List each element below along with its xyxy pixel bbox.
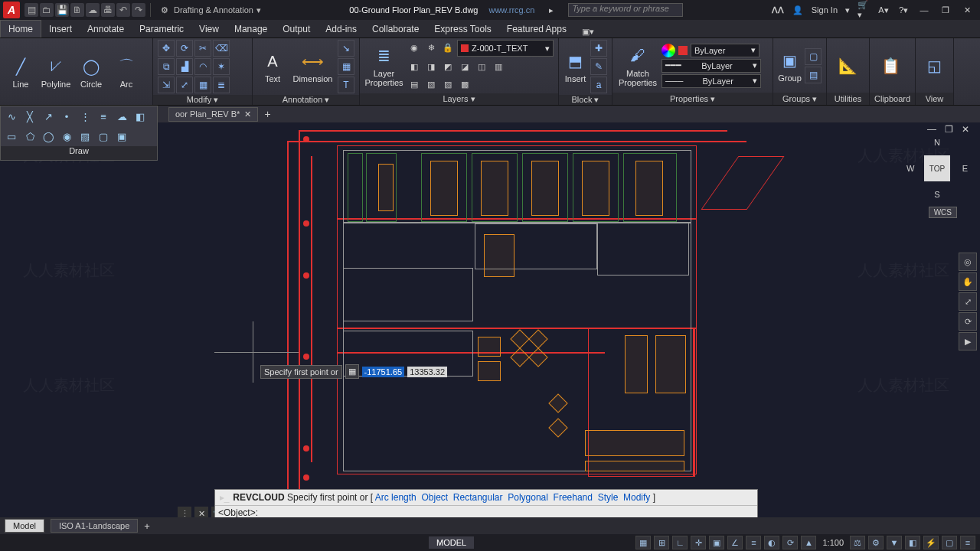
- search-input[interactable]: Type a keyword or phrase: [568, 3, 683, 17]
- insert-button[interactable]: ⬒Insert: [564, 50, 587, 83]
- mirror-icon[interactable]: ▟: [176, 58, 193, 75]
- transparency-icon[interactable]: ◐: [764, 536, 779, 549]
- polygon-icon[interactable]: ⬠: [22, 129, 38, 144]
- redo-icon[interactable]: ↷: [132, 3, 145, 17]
- spline-icon[interactable]: ∿: [4, 109, 19, 124]
- table-icon[interactable]: ▦: [338, 58, 354, 75]
- title-chevron[interactable]: ▸: [545, 4, 557, 16]
- layer-iso-icon[interactable]: ◧: [407, 59, 422, 74]
- polar-toggle-icon[interactable]: ✛: [691, 536, 706, 549]
- vp-restore-button[interactable]: ❐: [942, 124, 956, 135]
- drawing-canvas[interactable]: 人人素材社区 人人素材社区 人人素材社区 人人素材社区 人人素材社区 人人素材社…: [0, 122, 980, 517]
- array-icon[interactable]: ▦: [194, 77, 211, 93]
- viewcube-n[interactable]: N: [934, 138, 940, 147]
- modelspace-toggle[interactable]: MODEL: [429, 536, 474, 549]
- minimize-button[interactable]: —: [917, 5, 931, 15]
- vp-close-button[interactable]: ✕: [959, 124, 972, 135]
- viewcube-e[interactable]: E: [962, 164, 968, 173]
- help-icon[interactable]: ?▾: [897, 4, 910, 16]
- layer-state-icon[interactable]: ◫: [474, 59, 489, 74]
- layer-off-icon[interactable]: ◉: [407, 40, 422, 55]
- viewcube-w[interactable]: W: [906, 164, 914, 173]
- coord-x[interactable]: -11751.65: [362, 367, 405, 377]
- layer-uniso-icon[interactable]: ◨: [423, 59, 439, 74]
- layer-properties-button[interactable]: ≣Layer Properties: [364, 44, 403, 87]
- color-selector[interactable]: ByLayer▾: [691, 44, 760, 57]
- clean-icon[interactable]: ▢: [942, 536, 957, 549]
- tab-collaborate[interactable]: Collaborate: [364, 21, 426, 37]
- rectangle-icon[interactable]: ▭: [4, 129, 19, 144]
- cmd-opt-free[interactable]: Freehand: [554, 492, 593, 503]
- plot-icon[interactable]: 🖶: [101, 3, 115, 17]
- orbit-icon[interactable]: ⟳: [959, 312, 977, 331]
- xline-icon[interactable]: ╳: [22, 109, 38, 124]
- tab-annotate[interactable]: Annotate: [80, 21, 132, 37]
- isolate-icon[interactable]: ◧: [905, 536, 920, 549]
- block-attr-icon[interactable]: a: [590, 77, 607, 93]
- layout-tab-model[interactable]: Model: [5, 519, 44, 533]
- osnap-toggle-icon[interactable]: ▣: [709, 536, 724, 549]
- dimension-button[interactable]: ⟷Dimension: [291, 50, 335, 83]
- cmd-opt-style[interactable]: Style: [598, 492, 619, 503]
- text-button[interactable]: AText: [257, 50, 288, 83]
- cmd-opt-rect[interactable]: Rectangular: [453, 492, 503, 503]
- dynamic-menu-icon[interactable]: ▦: [345, 364, 359, 379]
- vp-min-button[interactable]: —: [925, 124, 939, 135]
- open-icon[interactable]: 🗀: [40, 3, 54, 17]
- layer-lock-icon[interactable]: 🔒: [440, 40, 456, 55]
- panel-properties-title[interactable]: Properties ▾: [612, 93, 773, 105]
- document-tab[interactable]: oor Plan_REV B*✕: [168, 107, 258, 122]
- cycling-icon[interactable]: ⟳: [782, 536, 798, 549]
- close-tab-icon[interactable]: ✕: [244, 109, 251, 119]
- showmotion-icon[interactable]: ▶: [959, 332, 977, 350]
- zoom-extents-icon[interactable]: ⤢: [959, 292, 977, 311]
- layer-prev-icon[interactable]: ◪: [457, 59, 472, 74]
- color-wheel-icon[interactable]: [662, 44, 675, 57]
- ray-icon[interactable]: ↗: [41, 109, 56, 124]
- customize-icon[interactable]: ≡: [960, 536, 975, 549]
- point-icon[interactable]: •: [59, 109, 74, 124]
- panel-modify-title[interactable]: Modify ▾: [153, 95, 252, 105]
- stretch-icon[interactable]: ⇲: [158, 77, 175, 93]
- steering-wheel-icon[interactable]: ◎: [959, 253, 977, 271]
- view-cube[interactable]: N S E W TOP: [906, 138, 968, 199]
- pan-icon[interactable]: ✋: [959, 272, 977, 291]
- layer-freeze-icon[interactable]: ❄: [423, 40, 439, 55]
- line-button[interactable]: ╱Line: [5, 55, 37, 89]
- tab-addins[interactable]: Add-ins: [318, 21, 364, 37]
- block-create-icon[interactable]: ✚: [590, 40, 607, 57]
- group-button[interactable]: ▣Group: [778, 49, 802, 83]
- arc-button[interactable]: ⌒Arc: [110, 55, 142, 89]
- scale-icon[interactable]: ⤢: [176, 77, 193, 93]
- saveas-icon[interactable]: 🗎: [70, 3, 84, 17]
- layer-match-icon[interactable]: ◩: [440, 59, 456, 74]
- chevron-down-icon[interactable]: ▾: [845, 5, 850, 15]
- sign-in-link[interactable]: Sign In: [812, 5, 838, 15]
- group-edit-icon[interactable]: ▤: [805, 67, 822, 83]
- annomonitor-icon[interactable]: ▲: [801, 536, 816, 549]
- wipeout-icon[interactable]: ◧: [132, 109, 148, 124]
- tab-parametric[interactable]: Parametric: [132, 21, 191, 37]
- cmd-opt-arc[interactable]: Arc length: [375, 492, 416, 503]
- fillet-icon[interactable]: ◠: [194, 58, 211, 75]
- hatch-icon[interactable]: ▨: [77, 129, 93, 144]
- revcloud-icon[interactable]: ☁: [114, 109, 129, 124]
- circle-button[interactable]: ◯Circle: [75, 55, 107, 89]
- block-edit-icon[interactable]: ✎: [590, 58, 607, 75]
- panel-block-title[interactable]: Block ▾: [559, 95, 612, 105]
- measure-icon[interactable]: ≡: [96, 109, 111, 124]
- layer-walk-icon[interactable]: ▥: [491, 59, 506, 74]
- lineweight-selector[interactable]: ━━━ByLayer▾: [662, 59, 761, 73]
- layout-add-button[interactable]: +: [144, 520, 150, 532]
- web-icon[interactable]: ☁: [86, 3, 100, 17]
- tab-featured[interactable]: Featured Apps: [499, 21, 574, 37]
- panel-layers-title[interactable]: Layers ▾: [360, 93, 558, 105]
- user-icon[interactable]: 👤: [792, 4, 804, 16]
- hardware-icon[interactable]: ⚡: [923, 536, 939, 549]
- offset-icon[interactable]: ≣: [213, 77, 230, 93]
- divide-icon[interactable]: ⋮: [77, 109, 93, 124]
- mtext-icon[interactable]: T: [338, 77, 354, 93]
- move-icon[interactable]: ✥: [158, 40, 175, 57]
- close-button[interactable]: ✕: [960, 5, 974, 15]
- layer-selector[interactable]: Z-000-T_TEXT▾: [457, 40, 554, 57]
